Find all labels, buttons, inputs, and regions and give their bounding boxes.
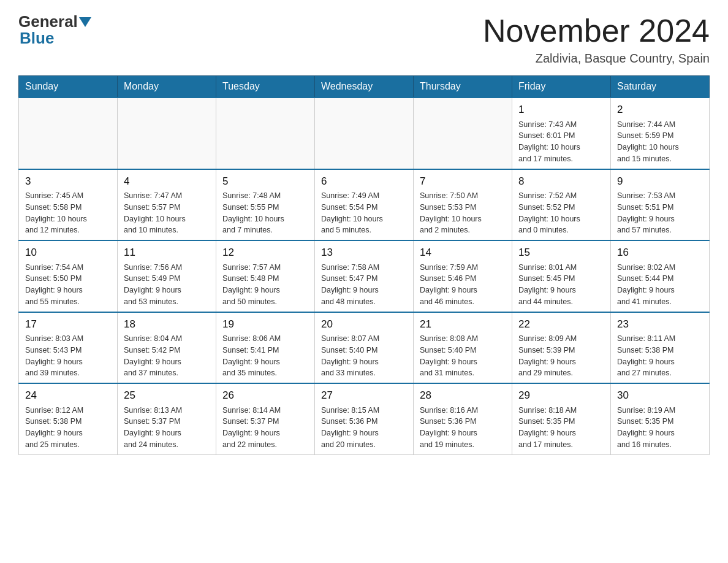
sun-info: Sunrise: 8:02 AM Sunset: 5:44 PM Dayligh… — [617, 262, 703, 308]
table-row: 1Sunrise: 7:43 AM Sunset: 6:01 PM Daylig… — [512, 98, 611, 169]
table-row: 9Sunrise: 7:53 AM Sunset: 5:51 PM Daylig… — [611, 169, 710, 241]
day-number: 24 — [25, 388, 111, 404]
day-number: 11 — [124, 245, 210, 261]
table-row: 5Sunrise: 7:48 AM Sunset: 5:55 PM Daylig… — [216, 169, 315, 241]
calendar-day-header: Saturday — [611, 76, 710, 98]
logo-blue-text: Blue — [20, 29, 54, 48]
sun-info: Sunrise: 7:53 AM Sunset: 5:51 PM Dayligh… — [617, 190, 703, 236]
sun-info: Sunrise: 7:45 AM Sunset: 5:58 PM Dayligh… — [25, 190, 111, 236]
day-number: 25 — [124, 388, 210, 404]
day-number: 18 — [124, 316, 210, 332]
sun-info: Sunrise: 8:03 AM Sunset: 5:43 PM Dayligh… — [25, 333, 111, 379]
sun-info: Sunrise: 7:47 AM Sunset: 5:57 PM Dayligh… — [124, 190, 210, 236]
title-block: November 2024 Zaldivia, Basque Country, … — [483, 12, 710, 66]
calendar-week-row: 1Sunrise: 7:43 AM Sunset: 6:01 PM Daylig… — [19, 98, 710, 169]
table-row: 28Sunrise: 8:16 AM Sunset: 5:36 PM Dayli… — [414, 383, 512, 454]
table-row — [19, 98, 118, 169]
sun-info: Sunrise: 8:16 AM Sunset: 5:36 PM Dayligh… — [420, 405, 506, 451]
sun-info: Sunrise: 7:48 AM Sunset: 5:55 PM Dayligh… — [222, 190, 308, 236]
table-row: 10Sunrise: 7:54 AM Sunset: 5:50 PM Dayli… — [19, 240, 118, 312]
table-row: 8Sunrise: 7:52 AM Sunset: 5:52 PM Daylig… — [512, 169, 611, 241]
day-number: 7 — [420, 174, 506, 190]
table-row: 13Sunrise: 7:58 AM Sunset: 5:47 PM Dayli… — [315, 240, 414, 312]
day-number: 21 — [420, 316, 506, 332]
sun-info: Sunrise: 7:54 AM Sunset: 5:50 PM Dayligh… — [25, 262, 111, 308]
day-number: 30 — [617, 388, 703, 404]
table-row: 20Sunrise: 8:07 AM Sunset: 5:40 PM Dayli… — [315, 312, 414, 384]
sun-info: Sunrise: 7:43 AM Sunset: 6:01 PM Dayligh… — [518, 119, 604, 165]
calendar-day-header: Monday — [118, 76, 216, 98]
table-row — [216, 98, 315, 169]
sun-info: Sunrise: 7:49 AM Sunset: 5:54 PM Dayligh… — [321, 190, 407, 236]
day-number: 5 — [222, 174, 308, 190]
table-row — [315, 98, 414, 169]
table-row: 14Sunrise: 7:59 AM Sunset: 5:46 PM Dayli… — [414, 240, 512, 312]
day-number: 10 — [25, 245, 111, 261]
table-row: 25Sunrise: 8:13 AM Sunset: 5:37 PM Dayli… — [118, 383, 216, 454]
table-row: 6Sunrise: 7:49 AM Sunset: 5:54 PM Daylig… — [315, 169, 414, 241]
day-number: 19 — [222, 316, 308, 332]
sun-info: Sunrise: 7:56 AM Sunset: 5:49 PM Dayligh… — [124, 262, 210, 308]
table-row: 19Sunrise: 8:06 AM Sunset: 5:41 PM Dayli… — [216, 312, 315, 384]
calendar-day-header: Tuesday — [216, 76, 315, 98]
sun-info: Sunrise: 7:52 AM Sunset: 5:52 PM Dayligh… — [518, 190, 604, 236]
sun-info: Sunrise: 8:18 AM Sunset: 5:35 PM Dayligh… — [518, 405, 604, 451]
day-number: 13 — [321, 245, 407, 261]
sun-info: Sunrise: 8:13 AM Sunset: 5:37 PM Dayligh… — [124, 405, 210, 451]
day-number: 8 — [518, 174, 604, 190]
day-number: 9 — [617, 174, 703, 190]
day-number: 6 — [321, 174, 407, 190]
logo-triangle-icon — [79, 17, 91, 27]
logo: General Blue — [18, 12, 93, 48]
calendar-week-row: 3Sunrise: 7:45 AM Sunset: 5:58 PM Daylig… — [19, 169, 710, 241]
sun-info: Sunrise: 8:14 AM Sunset: 5:37 PM Dayligh… — [222, 405, 308, 451]
day-number: 17 — [25, 316, 111, 332]
table-row — [414, 98, 512, 169]
table-row: 23Sunrise: 8:11 AM Sunset: 5:38 PM Dayli… — [611, 312, 710, 384]
sun-info: Sunrise: 8:07 AM Sunset: 5:40 PM Dayligh… — [321, 333, 407, 379]
day-number: 16 — [617, 245, 703, 261]
location-title: Zaldivia, Basque Country, Spain — [483, 52, 710, 66]
table-row: 27Sunrise: 8:15 AM Sunset: 5:36 PM Dayli… — [315, 383, 414, 454]
table-row: 30Sunrise: 8:19 AM Sunset: 5:35 PM Dayli… — [611, 383, 710, 454]
day-number: 12 — [222, 245, 308, 261]
sun-info: Sunrise: 8:11 AM Sunset: 5:38 PM Dayligh… — [617, 333, 703, 379]
sun-info: Sunrise: 7:58 AM Sunset: 5:47 PM Dayligh… — [321, 262, 407, 308]
table-row: 11Sunrise: 7:56 AM Sunset: 5:49 PM Dayli… — [118, 240, 216, 312]
table-row: 18Sunrise: 8:04 AM Sunset: 5:42 PM Dayli… — [118, 312, 216, 384]
page-header: General Blue November 2024 Zaldivia, Bas… — [18, 12, 710, 66]
table-row: 3Sunrise: 7:45 AM Sunset: 5:58 PM Daylig… — [19, 169, 118, 241]
month-title: November 2024 — [483, 12, 710, 49]
day-number: 15 — [518, 245, 604, 261]
calendar-week-row: 24Sunrise: 8:12 AM Sunset: 5:38 PM Dayli… — [19, 383, 710, 454]
calendar-table: SundayMondayTuesdayWednesdayThursdayFrid… — [18, 75, 710, 455]
sun-info: Sunrise: 8:04 AM Sunset: 5:42 PM Dayligh… — [124, 333, 210, 379]
table-row: 4Sunrise: 7:47 AM Sunset: 5:57 PM Daylig… — [118, 169, 216, 241]
table-row: 12Sunrise: 7:57 AM Sunset: 5:48 PM Dayli… — [216, 240, 315, 312]
sun-info: Sunrise: 8:06 AM Sunset: 5:41 PM Dayligh… — [222, 333, 308, 379]
table-row: 16Sunrise: 8:02 AM Sunset: 5:44 PM Dayli… — [611, 240, 710, 312]
day-number: 1 — [518, 102, 604, 118]
table-row: 26Sunrise: 8:14 AM Sunset: 5:37 PM Dayli… — [216, 383, 315, 454]
table-row: 22Sunrise: 8:09 AM Sunset: 5:39 PM Dayli… — [512, 312, 611, 384]
day-number: 4 — [124, 174, 210, 190]
day-number: 3 — [25, 174, 111, 190]
calendar-week-row: 10Sunrise: 7:54 AM Sunset: 5:50 PM Dayli… — [19, 240, 710, 312]
calendar-header-row: SundayMondayTuesdayWednesdayThursdayFrid… — [19, 76, 710, 98]
day-number: 22 — [518, 316, 604, 332]
calendar-day-header: Friday — [512, 76, 611, 98]
sun-info: Sunrise: 7:59 AM Sunset: 5:46 PM Dayligh… — [420, 262, 506, 308]
sun-info: Sunrise: 8:09 AM Sunset: 5:39 PM Dayligh… — [518, 333, 604, 379]
day-number: 29 — [518, 388, 604, 404]
sun-info: Sunrise: 8:15 AM Sunset: 5:36 PM Dayligh… — [321, 405, 407, 451]
table-row: 21Sunrise: 8:08 AM Sunset: 5:40 PM Dayli… — [414, 312, 512, 384]
sun-info: Sunrise: 8:19 AM Sunset: 5:35 PM Dayligh… — [617, 405, 703, 451]
table-row — [118, 98, 216, 169]
sun-info: Sunrise: 8:08 AM Sunset: 5:40 PM Dayligh… — [420, 333, 506, 379]
calendar-day-header: Wednesday — [315, 76, 414, 98]
day-number: 26 — [222, 388, 308, 404]
day-number: 23 — [617, 316, 703, 332]
calendar-week-row: 17Sunrise: 8:03 AM Sunset: 5:43 PM Dayli… — [19, 312, 710, 384]
day-number: 2 — [617, 102, 703, 118]
sun-info: Sunrise: 7:50 AM Sunset: 5:53 PM Dayligh… — [420, 190, 506, 236]
